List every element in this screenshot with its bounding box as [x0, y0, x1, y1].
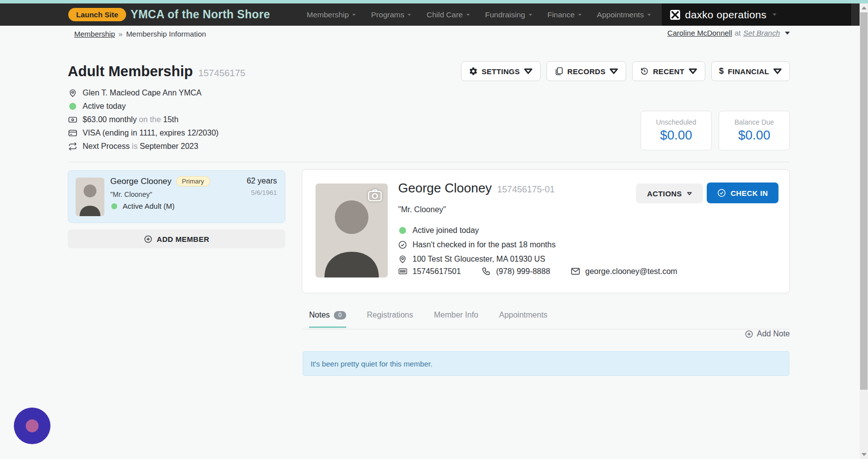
page: Launch Site YMCA of the North Shore Memb… — [0, 0, 868, 459]
location-pin-icon — [398, 255, 407, 264]
actions-button[interactable]: ACTIONS — [636, 184, 703, 203]
chevron-down-icon — [466, 13, 470, 16]
billing-row: $63.00 monthly on the 15th — [68, 113, 219, 126]
chevron-down-icon[interactable] — [785, 32, 790, 35]
add-note-row: Add Note — [302, 329, 790, 338]
chevron-down-icon — [772, 13, 777, 16]
primary-badge: Primary — [176, 176, 210, 186]
avatar — [76, 178, 104, 216]
breadcrumb-current: Membership Information — [126, 30, 206, 38]
breadcrumb-membership-link[interactable]: Membership — [74, 30, 115, 38]
nav-item-programs[interactable]: Programs — [371, 10, 411, 19]
detail-member-name: George Clooney — [398, 181, 492, 196]
financial-button[interactable]: $ FINANCIAL — [711, 61, 790, 81]
email-item: george.clooney@test.com — [571, 267, 677, 276]
payment-method-row: VISA (ending in 1111, expires 12/2030) — [68, 126, 219, 139]
active-status-icon — [111, 203, 117, 209]
section-divider — [68, 162, 790, 162]
dollar-icon: $ — [719, 66, 724, 76]
chevron-down-icon — [528, 13, 533, 16]
balance-due-label: Balance Due — [734, 118, 774, 126]
repeat-icon — [68, 142, 77, 151]
detail-address-row: 100 Test St Gloucester, MA 01930 US — [398, 252, 555, 266]
unscheduled-label: Unscheduled — [656, 118, 696, 126]
scroll-up-arrow[interactable] — [862, 6, 867, 9]
gear-icon — [469, 67, 478, 76]
user-bar: Caroline McDonnell at Set Branch — [667, 29, 790, 37]
member-list-card[interactable]: George Clooney Primary "Mr. Clooney" Act… — [68, 170, 285, 223]
plus-circle-icon — [144, 235, 152, 243]
brand-title[interactable]: YMCA of the North Shore — [131, 3, 270, 26]
chevron-down-icon — [407, 13, 411, 16]
unscheduled-value: $0.00 — [660, 128, 692, 143]
history-clock-icon — [640, 67, 649, 76]
tab-registrations[interactable]: Registrations — [367, 311, 413, 326]
add-member-button[interactable]: ADD MEMBER — [68, 230, 285, 248]
add-note-button[interactable]: Add Note — [745, 329, 790, 338]
chevron-down-icon — [687, 192, 692, 195]
tab-member-info[interactable]: Member Info — [434, 311, 478, 326]
chat-widget-button[interactable] — [14, 408, 50, 444]
member-detail-card: George Clooney 157456175-01 "Mr. Clooney… — [302, 169, 790, 293]
camera-icon — [366, 187, 384, 203]
main-nav: Membership Programs Child Care Fundraisi… — [307, 3, 651, 26]
plus-circle-icon — [745, 330, 753, 338]
branch-row: Glen T. Macleod Cape Ann YMCA — [68, 86, 219, 99]
check-in-button[interactable]: CHECK IN — [707, 183, 778, 203]
member-thumbnail-photo — [76, 178, 104, 216]
active-status-icon — [69, 103, 76, 110]
top-navbar: Launch Site YMCA of the North Shore Memb… — [0, 3, 860, 26]
user-name-link[interactable]: Caroline McDonnell — [667, 29, 732, 37]
nav-item-child-care[interactable]: Child Care — [426, 10, 470, 19]
barcode-item: 15745617501 — [398, 267, 461, 276]
page-title-row: Adult Membership 157456175 — [68, 63, 245, 80]
credit-card-icon — [68, 129, 77, 138]
nav-item-membership[interactable]: Membership — [307, 10, 356, 19]
launch-site-button[interactable]: Launch Site — [68, 8, 126, 21]
barcode-icon — [398, 267, 408, 276]
membership-info-list: Glen T. Macleod Cape Ann YMCA Active tod… — [68, 86, 219, 153]
notes-count-badge: 0 — [334, 311, 346, 320]
tab-appointments[interactable]: Appointments — [499, 311, 548, 326]
daxko-logo-text: daxko operations — [685, 9, 767, 21]
top-accent-strip — [0, 0, 868, 3]
settings-button[interactable]: SETTINGS — [461, 61, 541, 81]
chevron-down-icon — [609, 67, 618, 76]
nav-item-finance[interactable]: Finance — [548, 10, 582, 19]
phone-item: (978) 999-8888 — [482, 267, 550, 276]
recent-button[interactable]: RECENT — [632, 61, 705, 81]
toolbar: SETTINGS RECORDS RECENT $ FINANCIAL — [461, 61, 790, 81]
detail-member-id: 157456175-01 — [497, 184, 554, 195]
chevron-down-icon — [773, 67, 782, 76]
change-photo-button[interactable] — [366, 187, 384, 203]
records-button[interactable]: RECORDS — [547, 61, 626, 81]
chevron-down-icon — [688, 67, 697, 76]
detail-checkin-row: Hasn't checked in for the past 18 months — [398, 237, 555, 252]
breadcrumb: Membership » Membership Information — [74, 30, 206, 38]
check-circle-icon — [398, 240, 407, 249]
daxko-menu[interactable]: daxko operations — [662, 3, 851, 26]
breadcrumb-separator: » — [119, 30, 123, 38]
phone-icon — [482, 267, 491, 276]
set-branch-link[interactable]: Set Branch — [743, 29, 780, 37]
scrollbar-thumb[interactable] — [860, 12, 868, 390]
status-row: Active today — [68, 99, 219, 113]
tab-notes[interactable]: Notes 0 — [309, 311, 346, 328]
active-status-icon — [399, 227, 406, 234]
chevron-down-icon — [578, 13, 582, 16]
nav-item-fundraising[interactable]: Fundraising — [485, 10, 533, 19]
chevron-down-icon — [352, 13, 356, 16]
scroll-down-arrow[interactable] — [862, 453, 867, 456]
location-pin-icon — [68, 89, 77, 97]
nav-item-appointments[interactable]: Appointments — [597, 10, 651, 19]
detail-member-nickname: "Mr. Clooney" — [398, 205, 446, 214]
next-process-row: Next Process is September 2023 — [68, 139, 219, 153]
daxko-logo-icon — [670, 9, 681, 20]
scrollbar[interactable] — [860, 3, 868, 459]
unscheduled-box: Unscheduled $0.00 — [640, 111, 712, 150]
empty-notes-message: It's been pretty quiet for this member. — [303, 351, 789, 376]
member-birthdate: 5/6/1961 — [247, 189, 277, 196]
chevron-down-icon — [524, 67, 533, 76]
member-name-row: George Clooney Primary — [110, 176, 210, 186]
balance-summary: Unscheduled $0.00 Balance Due $0.00 — [640, 111, 790, 150]
